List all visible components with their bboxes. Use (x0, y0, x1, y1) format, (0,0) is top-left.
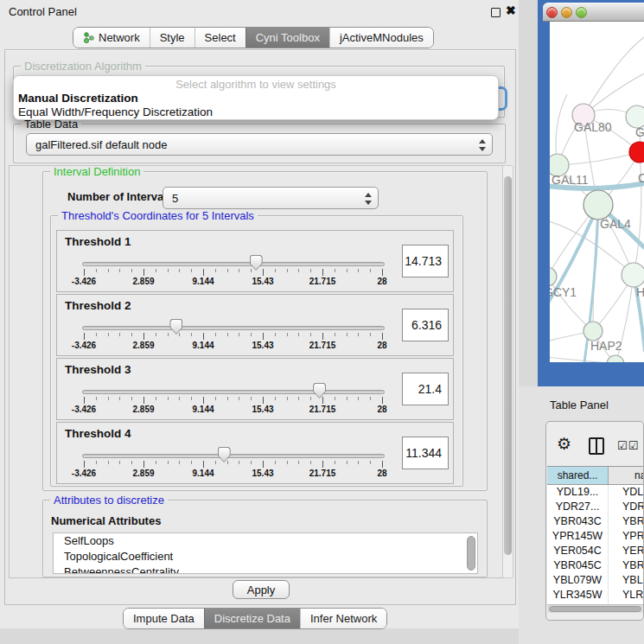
cell-name[interactable]: YBR0 (609, 514, 644, 529)
tick-label: 9.144 (192, 405, 214, 414)
cell-name[interactable]: YBR0 (609, 558, 644, 573)
column-header-name[interactable]: name (609, 467, 644, 484)
network-node-label: GCY1 (550, 285, 577, 299)
tab-style[interactable]: Style (150, 28, 194, 48)
tab-label: Select (205, 31, 236, 44)
minor-tick (131, 269, 132, 272)
slider-track[interactable] (82, 390, 385, 394)
network-node[interactable] (622, 263, 644, 287)
network-canvas[interactable]: GAL80GAGAL11CGAL4GCY1HHAP2 (550, 22, 644, 362)
tab-impute-data[interactable]: Impute Data (124, 609, 204, 628)
threshold-value-field[interactable]: 6.316 (402, 309, 449, 341)
slider-track[interactable] (82, 454, 385, 458)
tick-label: 15.43 (252, 341, 273, 350)
apply-button[interactable]: Apply (233, 580, 290, 599)
network-window: GAL80GAGAL11CGAL4GCY1HHAP2 (538, 0, 644, 386)
number-of-intervals-combobox[interactable]: 5 (163, 187, 379, 209)
minor-tick (239, 397, 239, 400)
cell-shared-name[interactable]: YER054C (547, 544, 609, 558)
cell-shared-name[interactable]: YLR345W (547, 588, 609, 603)
list-scrollbar-thumb[interactable] (467, 536, 475, 571)
tab-infer-network[interactable]: Infer Network (300, 609, 386, 628)
float-window-icon[interactable] (491, 8, 501, 17)
table-row[interactable]: YBL079WYBL0 (547, 573, 644, 588)
zoom-traffic-light-icon[interactable] (576, 7, 587, 18)
column-header-shared-name[interactable]: shared... (547, 467, 609, 484)
table-row[interactable]: YPR145WYPR1 (547, 529, 644, 544)
minor-tick (370, 397, 371, 400)
tab-select[interactable]: Select (194, 28, 245, 48)
network-node[interactable] (583, 190, 613, 220)
table-data-combobox[interactable]: galFiltered.sif default node (26, 133, 493, 156)
minor-tick (156, 461, 156, 464)
major-tick (382, 461, 383, 468)
split-columns-icon[interactable] (589, 437, 604, 455)
minor-tick (156, 397, 156, 400)
cell-shared-name[interactable]: YBR045C (547, 558, 609, 573)
cell-shared-name[interactable]: YDL19... (547, 485, 609, 500)
threshold-value-field[interactable]: 14.713 (402, 245, 449, 277)
number-of-intervals-value: 5 (172, 192, 178, 205)
dropdown-placeholder-option[interactable]: Select algorithm to view settings (14, 78, 498, 91)
table-row[interactable]: YLR345WYLR3 (547, 588, 644, 603)
minor-tick (239, 461, 239, 464)
horizontal-scrollbar[interactable] (547, 604, 644, 613)
tab-network[interactable]: Network (73, 28, 150, 48)
cell-name[interactable]: YPR1 (609, 529, 644, 544)
table-row[interactable]: YDR27...YDR2 (547, 500, 644, 514)
tab-jactivemnodules[interactable]: jActiveMNodules (329, 28, 433, 48)
close-traffic-light-icon[interactable] (546, 7, 558, 18)
close-icon[interactable]: ✖ (506, 3, 516, 17)
slider-track[interactable] (82, 262, 385, 266)
attribute-list-item[interactable]: TopologicalCoefficient (54, 549, 477, 564)
minor-tick (215, 461, 216, 464)
tick-label: 28 (377, 341, 386, 350)
cell-name[interactable]: YER0 (609, 544, 644, 558)
threshold-label: Threshold 1 (65, 235, 131, 248)
cell-shared-name[interactable]: YBR043C (547, 514, 609, 529)
network-node[interactable] (583, 322, 603, 341)
horizontal-scrollbar-thumb[interactable] (549, 606, 641, 612)
top-tab-bar: NetworkStyleSelectCyni ToolboxjActiveMNo… (73, 27, 434, 48)
slider-track[interactable] (82, 326, 385, 330)
table-row[interactable]: YBR045CYBR0 (547, 558, 644, 573)
minor-tick (298, 269, 299, 272)
attribute-list-item[interactable]: BetweennessCentrality (54, 564, 477, 574)
vertical-scrollbar[interactable] (502, 165, 513, 578)
dropdown-option[interactable]: Equal Width/Frequency Discretization (18, 105, 213, 118)
numerical-attributes-list[interactable]: SelfLoopsTopologicalCoefficientBetweenne… (53, 532, 478, 574)
network-node[interactable] (550, 267, 557, 286)
tab-cyni-toolbox[interactable]: Cyni Toolbox (245, 28, 329, 48)
tab-discretize-data[interactable]: Discretize Data (204, 609, 300, 628)
table-row[interactable]: YBR043CYBR0 (547, 514, 644, 529)
threshold-value-field[interactable]: 21.4 (402, 373, 449, 405)
checkbox-icons[interactable]: ☑☑ (617, 439, 639, 452)
threshold-value-field[interactable]: 11.344 (402, 437, 449, 469)
attribute-list-item[interactable]: SelfLoops (54, 533, 477, 549)
network-edge[interactable] (583, 37, 644, 115)
minor-tick (251, 269, 252, 272)
dropdown-option[interactable]: Manual Discretization (18, 92, 138, 105)
network-icon (83, 32, 94, 43)
minor-tick (119, 461, 120, 464)
cell-name[interactable]: YDL1 (609, 485, 644, 500)
cell-shared-name[interactable]: YBL079W (547, 573, 609, 588)
network-edge[interactable] (558, 152, 640, 165)
table-header-row: shared... name (547, 466, 644, 485)
cell-name[interactable]: YDR2 (609, 500, 644, 514)
network-edge[interactable] (550, 357, 615, 362)
cell-shared-name[interactable]: YDR27... (547, 500, 609, 514)
gear-icon[interactable]: ⚙ (557, 434, 571, 454)
minimize-traffic-light-icon[interactable] (561, 7, 572, 18)
cell-name[interactable]: YBL0 (609, 573, 644, 588)
minor-tick (227, 269, 228, 272)
major-tick (203, 269, 204, 276)
table-row[interactable]: YER054CYER0 (547, 544, 644, 558)
table-row[interactable]: YDL19...YDL1 (547, 485, 644, 500)
minor-tick (358, 397, 359, 400)
cell-shared-name[interactable]: YPR145W (547, 529, 609, 544)
vertical-scrollbar-thumb[interactable] (504, 176, 512, 555)
cell-name[interactable]: YLR3 (609, 588, 644, 603)
major-tick (203, 397, 204, 404)
minor-tick (370, 269, 371, 272)
